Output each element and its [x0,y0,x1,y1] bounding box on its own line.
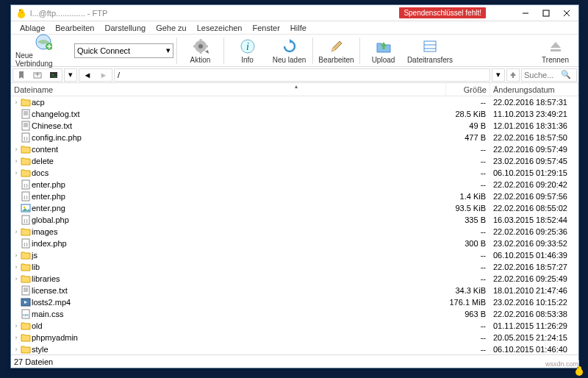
path-input[interactable] [114,68,490,82]
table-row[interactable]: enter.png93.5 KiB22.02.2016 08:55:02 [11,202,578,214]
quick-connect-dropdown[interactable]: Quick Connect ▾ [74,43,173,58]
table-row[interactable]: ›delete--23.02.2016 09:57:45 [11,155,578,167]
info-button[interactable]: i Info [227,36,268,65]
donation-warning[interactable]: Spendenschlüssel fehlt! [399,7,486,18]
file-name: main.css [32,310,63,318]
file-size: -- [446,168,490,177]
table-row[interactable]: losts2.mp4176.1 MiB23.02.2016 10:15:22 [11,296,578,308]
table-row[interactable]: ›phpmyadmin--20.05.2015 21:24:15 [11,332,578,343]
action-button[interactable]: Aktion [180,36,220,65]
new-folder-icon[interactable] [29,69,46,81]
new-connection-button[interactable]: Neue Verbindung [14,32,73,69]
svg-point-2 [19,10,20,10]
back-button[interactable]: ◄ [79,69,96,81]
titlebar[interactable]: l...@ftp............. - FTP Spendenschlü… [11,5,578,21]
menu-fenster[interactable]: Fenster [248,23,284,33]
expander-icon[interactable]: › [12,228,20,235]
svg-rect-4 [543,10,549,16]
file-name: enter.php [32,180,65,189]
disconnect-button[interactable]: Trennen [535,36,576,65]
expander-icon[interactable]: › [12,263,20,271]
svg-text:{ }: { } [24,195,28,199]
reload-button[interactable]: Neu laden [269,36,309,65]
file-date: 23.02.2016 09:33:52 [490,239,578,248]
text-file-icon [21,121,31,131]
expander-icon[interactable]: › [12,99,20,106]
table-row[interactable]: cssmain.css963 B22.02.2016 08:53:38 [11,308,578,320]
table-row[interactable]: { }enter.php1.4 KiB22.02.2016 09:57:56 [11,190,578,202]
column-date[interactable]: Änderungsdatum [490,83,578,96]
table-row[interactable]: ›acp--22.02.2016 18:57:31 [11,96,578,108]
table-row[interactable]: { }global.php335 B16.03.2015 18:52:44 [11,214,578,226]
app-icon [15,7,27,19]
expander-icon[interactable]: › [12,346,20,353]
expander-icon[interactable]: › [12,169,20,176]
folder-icon [21,156,31,166]
table-row[interactable]: Chinese.txt49 B12.01.2016 18:31:36 [11,120,578,132]
css-file-icon: css [21,309,31,319]
upload-button[interactable]: Upload [363,36,404,65]
file-name: index.php [32,239,67,248]
file-size: -- [446,345,490,354]
svg-point-50 [24,207,25,208]
statusbar: 27 Dateien [11,354,578,368]
menu-hilfe[interactable]: Hilfe [286,23,311,33]
toolbar: Neue Verbindung Quick Connect ▾ Aktion i… [11,35,578,67]
close-button[interactable] [556,6,577,21]
gear-icon [192,38,209,55]
file-grid[interactable]: Dateiname Größe Änderungsdatum ▴ ›acp--2… [11,83,578,354]
table-row[interactable]: ›js--06.10.2015 01:46:39 [11,249,578,261]
maximize-button[interactable] [536,6,556,21]
table-row[interactable]: changelog.txt28.5 KiB11.10.2013 23:49:21 [11,108,578,120]
table-row[interactable]: { }config.inc.php477 B22.02.2016 18:57:5… [11,132,578,143]
expander-icon[interactable]: › [12,146,20,153]
expander-icon[interactable]: › [12,322,20,329]
table-row[interactable]: ›docs--06.10.2015 01:29:15 [11,167,578,179]
search-input[interactable] [522,71,560,79]
up-button[interactable] [506,68,520,82]
column-size[interactable]: Größe [446,83,490,96]
table-row[interactable]: ›content--22.02.2016 09:57:49 [11,143,578,155]
expander-icon[interactable]: › [12,275,20,282]
history-dropdown[interactable]: ▾ [64,68,77,82]
table-row[interactable]: ›style--06.10.2015 01:46:40 [11,343,578,354]
file-name: enter.php [32,192,65,201]
edit-button[interactable]: Bearbeiten [316,36,356,65]
table-row[interactable]: license.txt34.3 KiB18.01.2010 21:47:46 [11,285,578,296]
minimize-button[interactable] [515,6,536,21]
table-row[interactable]: ›old--01.11.2015 11:26:29 [11,320,578,332]
folder-icon [21,274,31,284]
file-date: 11.10.2013 23:49:21 [490,110,578,118]
file-name: style [32,345,49,354]
expander-icon[interactable]: › [12,157,20,165]
file-size: 300 B [446,239,490,248]
path-dropdown[interactable]: ▾ [492,68,505,82]
table-row[interactable]: ›libraries--22.02.2016 09:25:49 [11,273,578,285]
search-box[interactable]: 🔍 [521,68,577,82]
expander-icon[interactable]: › [12,252,20,259]
menu-lesezeichen[interactable]: Lesezeichen [193,23,247,33]
transfers-icon [421,38,439,55]
file-date: 06.10.2015 01:46:40 [490,345,578,354]
code-file-icon: { } [21,238,31,249]
table-row[interactable]: { }enter.php--22.02.2016 09:20:42 [11,179,578,190]
menu-darstellung[interactable]: Darstellung [100,23,150,33]
transfers-button[interactable]: Dateitransfers [405,36,455,65]
file-size: 176.1 MiB [446,298,490,307]
svg-rect-35 [22,110,29,118]
column-name[interactable]: Dateiname [11,83,446,96]
search-icon: 🔍 [560,70,572,79]
table-row[interactable]: ›images--22.02.2016 09:25:36 [11,226,578,238]
file-name: delete [32,157,54,165]
expander-icon[interactable]: › [12,334,20,341]
terminal-icon[interactable]: >_ [46,69,62,81]
table-row[interactable]: ›lib--22.02.2016 18:57:27 [11,261,578,273]
bookmark-icon[interactable] [13,69,29,81]
folder-icon [21,344,31,354]
menu-gehe zu[interactable]: Gehe zu [151,23,191,33]
svg-rect-23 [424,41,436,51]
forward-button[interactable]: ► [96,69,112,81]
new-connection-label: Neue Verbindung [15,51,71,68]
svg-marker-26 [551,42,561,48]
table-row[interactable]: { }index.php300 B23.02.2016 09:33:52 [11,238,578,249]
